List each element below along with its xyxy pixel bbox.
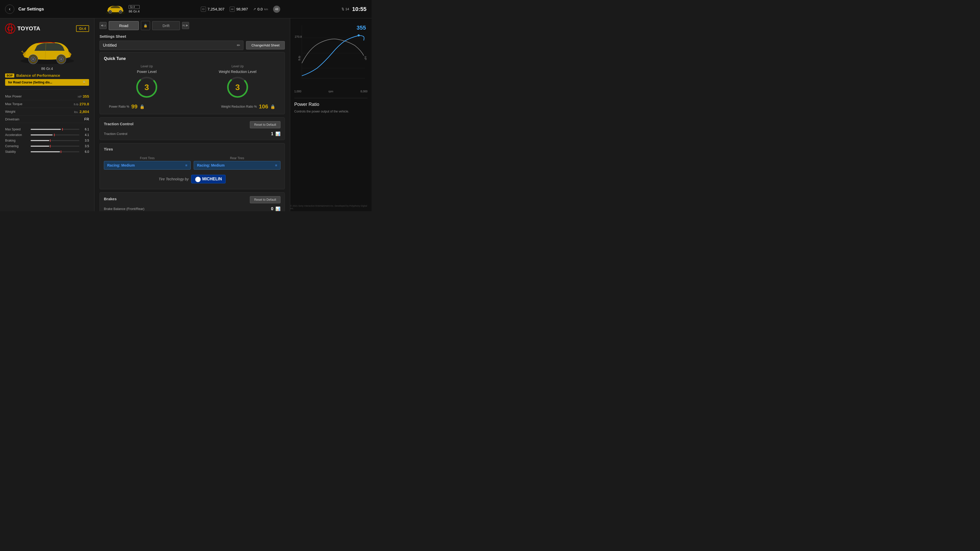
- perf-max-speed: Max Speed 6.1: [5, 127, 89, 132]
- rear-tire-type: Racing: Medium: [197, 163, 224, 167]
- perf-acceleration: Acceleration 4.1: [5, 132, 89, 138]
- front-tire-selector[interactable]: Racing: Medium ≡: [104, 161, 191, 170]
- svg-point-15: [60, 58, 62, 60]
- tabs-bar: L1 Road 🔒 Drift R1: [94, 18, 290, 30]
- weight-level-up-label: Level Up: [231, 65, 243, 68]
- weight-ratio-label: Weight Reduction Ratio %: [221, 105, 257, 108]
- tc-bar-icon[interactable]: 📊: [275, 131, 280, 136]
- perf-stability: Stability 6.0: [5, 149, 89, 155]
- tab-lock-icon[interactable]: 🔒: [141, 21, 150, 30]
- bop-row: BOP Balance of Performance: [5, 73, 89, 78]
- sheet-edit-button[interactable]: ✏: [237, 43, 240, 48]
- brake-balance-label: Brake Balance (Front/Rear): [104, 207, 145, 211]
- change-sheet-button[interactable]: Change/Add Sheet: [246, 41, 285, 49]
- rear-tire-menu-icon: ≡: [275, 163, 277, 167]
- brake-balance-value: 0: [271, 206, 273, 211]
- brakes-section: Brakes Reset to Default Brake Balance (F…: [100, 192, 285, 211]
- hp-axis-label: HP: [364, 56, 367, 60]
- power-level-gauge[interactable]: 3: [135, 76, 158, 99]
- brakes-title: Brakes: [104, 197, 117, 201]
- rpm-start-label: 1,000: [294, 90, 301, 93]
- toyota-logo: TOYOTA: [5, 24, 40, 34]
- rpm-unit-label: rpm: [328, 90, 333, 93]
- power-level-value: 3: [145, 83, 149, 92]
- traction-control-section: Traction Control Reset to Default Tracti…: [100, 118, 285, 140]
- tab-road[interactable]: Road: [109, 21, 139, 30]
- settings-sheet-title: Settings Sheet: [100, 34, 285, 38]
- torque-axis-label: ft-lb: [298, 56, 301, 60]
- power-ratio-lock: 🔒: [140, 104, 145, 109]
- torque-value: 270.8: [295, 35, 302, 38]
- rear-tire-col: Rear Tires Racing: Medium ≡: [194, 156, 280, 170]
- content-area: Settings Sheet Untitled ✏ Change/Add She…: [94, 30, 290, 211]
- weight-level-gauge[interactable]: 3: [226, 76, 249, 99]
- performance-bars: Max Speed 6.1 Acceleration 4.1 Braking: [5, 127, 89, 155]
- top-bar: ‹ Car Settings Gr.4 86 Gr.4 Cr 7,254,307: [0, 0, 372, 18]
- bop-text: Balance of Performance: [16, 73, 60, 78]
- perf-braking: Braking 3.5: [5, 138, 89, 143]
- tune-grid: Level Up Power Level 3: [104, 65, 280, 101]
- michelin-brand: MICHELIN: [202, 177, 222, 181]
- svg-point-12: [32, 58, 34, 60]
- power-level-col: Level Up Power Level 3: [104, 65, 189, 101]
- gr-badge-top: Gr.4: [129, 5, 140, 9]
- ratio-row: Power Ratio % 99 🔒 Weight Reduction Rati…: [104, 103, 280, 110]
- tab-next-button[interactable]: R1: [182, 22, 189, 29]
- power-ratio-title: Power Ratio: [294, 102, 368, 107]
- tires-header: Tires: [104, 147, 280, 153]
- brakes-bar-icon[interactable]: 📊: [275, 206, 280, 211]
- tc-reset-button[interactable]: Reset to Default: [250, 121, 280, 128]
- weight-level-col: Level Up Weight Reduction Level 3: [195, 65, 280, 101]
- signal-indicator: ⇅ 14: [342, 7, 349, 11]
- max-power-row: Max Power HP 355: [5, 93, 89, 100]
- weight-ratio-value: 106: [259, 103, 268, 110]
- power-ratio-label: Power Ratio %: [109, 105, 129, 108]
- settings-sheet-section: Settings Sheet Untitled ✏ Change/Add She…: [100, 34, 285, 50]
- brakes-control-row: Brake Balance (Front/Rear) 0 📊: [104, 206, 280, 211]
- tc-value: 1: [271, 132, 273, 136]
- car-thumbnail: [105, 3, 126, 15]
- michelin-text: Tire Technology by: [159, 177, 189, 181]
- tc-header: Traction Control Reset to Default: [104, 121, 280, 128]
- front-tire-label: Front Tires: [104, 156, 191, 160]
- rear-tire-selector[interactable]: Racing: Medium ≡: [194, 161, 280, 170]
- car-model-name: 86 Gr.4: [5, 67, 89, 71]
- rear-tire-label: Rear Tires: [194, 156, 280, 160]
- main-layout: TOYOTA Gr.4: [0, 18, 372, 211]
- badge-stat: 48: [273, 6, 280, 13]
- chart-area: 355 270.8 HP ft-lb 1,000: [294, 22, 368, 94]
- chart-info: Power Ratio Controls the power output of…: [294, 98, 368, 114]
- stats-grid: Max Power HP 355 Max Torque ft-lb 270.8 …: [5, 89, 89, 123]
- back-button[interactable]: ‹: [5, 5, 14, 14]
- power-level-label: Power Level: [137, 70, 156, 74]
- car-name-top: 86 Gr.4: [129, 10, 140, 13]
- tires-grid: Front Tires Racing: Medium ≡ Rear Tires …: [104, 156, 280, 170]
- michelin-logo: ⬤ MICHELIN: [191, 175, 226, 183]
- hp-value: 355: [356, 24, 366, 31]
- bop-badge: BOP: [5, 73, 14, 78]
- front-tire-col: Front Tires Racing: Medium ≡: [104, 156, 191, 170]
- power-ratio-description: Controls the power output of the vehicle…: [294, 109, 368, 114]
- quick-tune-title: Quick Tune: [104, 56, 280, 61]
- bop-road-row: for Road Course (Setting dis... 🔒: [5, 79, 89, 86]
- tab-prev-button[interactable]: L1: [100, 22, 107, 29]
- car-main-image: [19, 37, 75, 65]
- weight-row: Weight lbs. 2,804: [5, 108, 89, 116]
- tab-drift[interactable]: Drift: [152, 21, 180, 30]
- perf-cornering: Cornering 3.5: [5, 143, 89, 149]
- weight-ratio-lock: 🔒: [270, 104, 275, 109]
- left-panel: TOYOTA Gr.4: [0, 18, 94, 211]
- quick-tune-section: Quick Tune Level Up Power Level: [100, 52, 285, 114]
- clock: 10:55: [352, 6, 366, 13]
- tires-title: Tires: [104, 147, 113, 151]
- michelin-row: Tire Technology by ⬤ MICHELIN: [104, 173, 280, 186]
- settings-sheet-row: Untitled ✏ Change/Add Sheet: [100, 41, 285, 50]
- credits-icon: Cr: [201, 6, 206, 12]
- level-badge: 48: [273, 6, 280, 13]
- svg-marker-19: [186, 24, 188, 27]
- power-level-up-label: Level Up: [141, 65, 153, 68]
- credits-stat: Cr 7,254,307: [201, 6, 224, 12]
- power-ratio-value: 99: [131, 103, 137, 110]
- brakes-reset-button[interactable]: Reset to Default: [250, 196, 280, 203]
- power-chart: [294, 22, 368, 89]
